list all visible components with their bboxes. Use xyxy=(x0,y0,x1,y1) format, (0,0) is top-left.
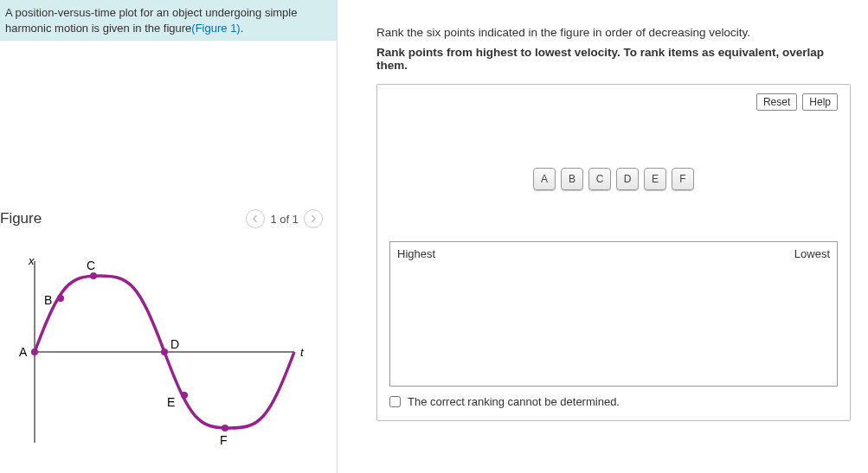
svg-point-4 xyxy=(90,272,97,279)
pager-prev-button[interactable] xyxy=(246,209,265,228)
chevron-right-icon xyxy=(310,215,317,222)
problem-text-before: A position-versus-time plot for an objec… xyxy=(5,6,297,35)
rank-label-highest: Highest xyxy=(397,247,435,260)
problem-statement: A position-versus-time plot for an objec… xyxy=(0,0,337,41)
rank-tile-A[interactable]: A xyxy=(533,168,556,190)
rank-tile-D[interactable]: D xyxy=(616,168,639,190)
ranking-widget: Reset Help A B C D E F Highest Lowest Th… xyxy=(376,84,851,421)
y-axis-label: x xyxy=(28,254,35,267)
problem-text-after: . xyxy=(241,22,244,35)
cannot-determine-label: The correct ranking cannot be determined… xyxy=(408,395,620,408)
figure-section: Figure 1 of 1 x t xyxy=(0,209,337,467)
figure-pager: 1 of 1 xyxy=(246,209,323,228)
point-label-B: B xyxy=(44,293,52,307)
x-axis-label: t xyxy=(300,346,305,359)
tile-source-area[interactable]: A B C D E F xyxy=(389,116,838,241)
right-panel: Rank the six points indicated in the fig… xyxy=(338,0,868,473)
left-panel: A position-versus-time plot for an objec… xyxy=(0,0,338,473)
reset-button[interactable]: Reset xyxy=(756,93,797,111)
rank-tile-F[interactable]: F xyxy=(672,168,694,190)
rank-target-area[interactable]: Highest Lowest xyxy=(389,241,838,387)
cannot-determine-checkbox[interactable] xyxy=(389,396,401,407)
chevron-left-icon xyxy=(252,215,259,222)
widget-toolbar: Reset Help xyxy=(389,93,838,111)
figure-header: Figure 1 of 1 xyxy=(0,209,328,228)
svg-point-3 xyxy=(57,295,64,302)
svg-point-2 xyxy=(31,348,38,355)
point-label-A: A xyxy=(19,345,28,359)
svg-point-5 xyxy=(161,348,168,355)
cannot-determine-row: The correct ranking cannot be determined… xyxy=(389,395,838,408)
pager-next-button[interactable] xyxy=(304,209,323,228)
figure-link[interactable]: (Figure 1) xyxy=(191,22,240,35)
rank-tile-E[interactable]: E xyxy=(644,168,666,190)
figure-title: Figure xyxy=(0,210,42,227)
point-label-D: D xyxy=(170,337,179,351)
instruction-line-2: Rank points from highest to lowest veloc… xyxy=(376,46,851,72)
pager-indicator: 1 of 1 xyxy=(270,213,299,226)
svg-point-7 xyxy=(222,425,228,431)
rank-tile-C[interactable]: C xyxy=(588,168,611,190)
figure-plot: x t A B C D E F xyxy=(0,244,320,456)
help-button[interactable]: Help xyxy=(802,93,838,111)
svg-point-6 xyxy=(181,392,188,399)
point-label-C: C xyxy=(87,259,95,272)
instruction-line-1: Rank the six points indicated in the fig… xyxy=(376,26,851,39)
point-label-F: F xyxy=(220,433,228,447)
rank-label-lowest: Lowest xyxy=(794,247,830,260)
rank-tile-B[interactable]: B xyxy=(561,168,583,190)
point-label-E: E xyxy=(167,395,175,409)
